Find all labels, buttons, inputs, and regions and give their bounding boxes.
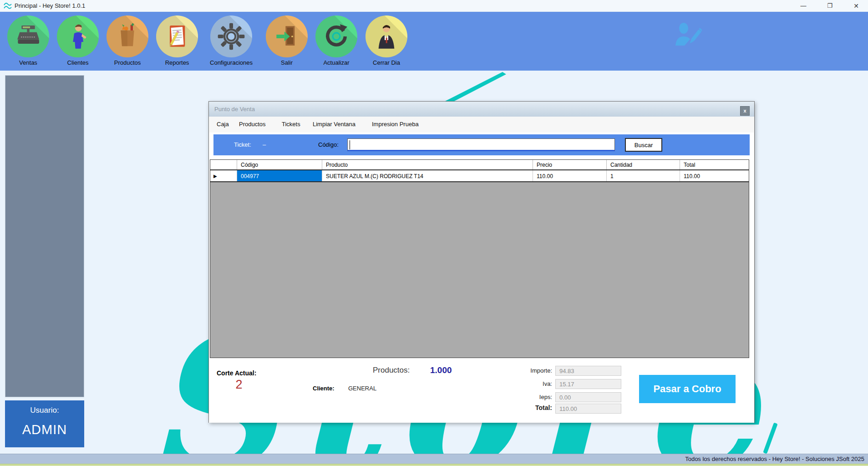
header-codigo: Código xyxy=(237,160,322,169)
screen: Principal - Hey Store! 1.0.1 — ❐ ✕ Venta… xyxy=(0,0,868,466)
total-label: Total: xyxy=(500,404,552,411)
ieps-field: 0.00 xyxy=(555,392,621,402)
corte-actual-value: 2 xyxy=(229,378,249,392)
toolbar-label-reportes: Reportes xyxy=(152,59,202,66)
toolbar-item-salir[interactable]: Salir xyxy=(262,15,312,66)
total-field: 110.00 xyxy=(555,404,621,414)
os-titlebar: Principal - Hey Store! 1.0.1 — ❐ ✕ xyxy=(0,0,868,12)
importe-label: Importe: xyxy=(500,367,552,374)
toolbar-label-productos: Productos xyxy=(102,59,152,66)
menu-caja[interactable]: Caja xyxy=(217,121,229,128)
ticket-value: – xyxy=(263,141,266,148)
menu-limpiar-ventana[interactable]: Limpiar Ventana xyxy=(313,121,355,128)
header-precio: Precio xyxy=(533,160,607,169)
cliente-value: GENERAL xyxy=(348,385,376,392)
toolbar-item-productos[interactable]: Productos xyxy=(102,15,152,66)
toolbar-item-configuraciones[interactable]: Configuraciones xyxy=(206,15,256,66)
desktop-area: Store Usuario: ADMIN Punto de Venta x Ca… xyxy=(0,71,868,454)
codigo-label: Código: xyxy=(318,141,339,148)
pasar-a-cobro-button[interactable]: Pasar a Cobro xyxy=(639,375,736,403)
row-codigo-cell[interactable]: 004977 xyxy=(237,170,322,181)
cash-register-icon xyxy=(7,15,49,57)
header-total: Total xyxy=(680,160,749,169)
background-brand-stroke xyxy=(432,72,533,102)
main-toolbar: Ventas Clientes xyxy=(0,12,868,71)
iva-label: Iva: xyxy=(500,380,552,387)
row-cantidad-cell[interactable]: 1 xyxy=(607,170,680,181)
table-empty-area xyxy=(210,182,749,358)
productos-count-value: 1.000 xyxy=(430,365,452,375)
customer-icon xyxy=(57,15,99,57)
exit-door-icon xyxy=(266,15,308,57)
search-bar: Ticket: – Código: Buscar xyxy=(213,134,750,155)
toolbar-item-clientes[interactable]: Clientes xyxy=(53,15,103,66)
header-selector xyxy=(210,160,237,169)
row-selector-arrow[interactable]: ▶ xyxy=(210,170,237,181)
businessman-icon xyxy=(365,15,407,57)
pos-window-title: Punto de Venta xyxy=(214,106,255,113)
close-button[interactable]: ✕ xyxy=(846,0,867,12)
toolbar-label-salir: Salir xyxy=(262,59,312,66)
toolbar-label-actualizar: Actualizar xyxy=(311,59,361,66)
clipboard-report-icon xyxy=(156,15,198,57)
menu-tickets[interactable]: Tickets xyxy=(282,121,300,128)
pos-footer: Corte Actual: 2 Productos: 1.000 Cliente… xyxy=(209,358,754,423)
bottom-edge-strip xyxy=(0,464,868,466)
header-cantidad: Cantidad xyxy=(607,160,680,169)
user-box: Usuario: ADMIN xyxy=(5,400,84,447)
row-precio-cell[interactable]: 110.00 xyxy=(533,170,607,181)
importe-field: 94.83 xyxy=(555,366,621,376)
row-total-cell[interactable]: 110.00 xyxy=(680,170,749,181)
codigo-input[interactable] xyxy=(347,138,615,151)
toolbar-label-ventas: Ventas xyxy=(3,59,53,66)
toolbar-item-actualizar[interactable]: Actualizar xyxy=(311,15,361,66)
app-logo-icon xyxy=(3,1,12,10)
user-label: Usuario: xyxy=(5,406,84,415)
refresh-icon xyxy=(315,15,357,57)
menu-impresion-prueba[interactable]: Impresion Prueba xyxy=(372,121,419,128)
grocery-bag-icon xyxy=(107,15,148,57)
header-producto: Producto xyxy=(322,160,533,169)
buscar-button[interactable]: Buscar xyxy=(625,138,662,152)
toolbar-label-clientes: Clientes xyxy=(53,59,103,66)
toolbar-label-configuraciones: Configuraciones xyxy=(206,59,256,66)
cliente-label: Cliente: xyxy=(313,385,335,392)
restore-button[interactable]: ❐ xyxy=(819,0,840,12)
corte-actual-label: Corte Actual: xyxy=(217,369,256,377)
user-edit-icon xyxy=(673,22,702,49)
minimize-button[interactable]: — xyxy=(793,0,814,12)
toolbar-item-reportes[interactable]: Reportes xyxy=(152,15,202,66)
user-name: ADMIN xyxy=(5,422,84,437)
row-producto-cell[interactable]: SUETER AZUL M.(C) RODRIGUEZ T14 xyxy=(322,170,533,181)
sidebar-panel xyxy=(5,75,84,397)
menu-productos[interactable]: Productos xyxy=(239,121,266,128)
gear-icon xyxy=(210,15,252,57)
productos-count-label: Productos: xyxy=(373,366,410,375)
pos-menubar: Caja Productos Tickets Limpiar Ventana I… xyxy=(209,117,754,133)
iva-field: 15.17 xyxy=(555,379,621,389)
copyright-text: Todos los derechos reservados - Hey Stor… xyxy=(685,456,864,462)
ieps-label: Ieps: xyxy=(500,394,552,400)
window-title: Principal - Hey Store! 1.0.1 xyxy=(15,2,85,9)
table-header-row: Código Producto Precio Cantidad Total xyxy=(210,160,749,170)
status-bar: Todos los derechos reservados - Hey Stor… xyxy=(0,454,868,464)
table-row[interactable]: ▶ 004977 SUETER AZUL M.(C) RODRIGUEZ T14… xyxy=(210,170,749,182)
text-caret xyxy=(350,140,350,149)
pos-window: Punto de Venta x Caja Productos Tickets … xyxy=(208,101,755,423)
pos-close-button[interactable]: x xyxy=(740,106,750,116)
pos-titlebar[interactable]: Punto de Venta x xyxy=(209,102,754,117)
toolbar-item-ventas[interactable]: Ventas xyxy=(3,15,53,66)
products-table: Código Producto Precio Cantidad Total ▶ … xyxy=(210,159,749,358)
ticket-label: Ticket: xyxy=(234,141,251,148)
toolbar-label-cerrar-dia: Cerrar Dia xyxy=(361,59,411,66)
toolbar-item-cerrar-dia[interactable]: Cerrar Dia xyxy=(361,15,411,66)
